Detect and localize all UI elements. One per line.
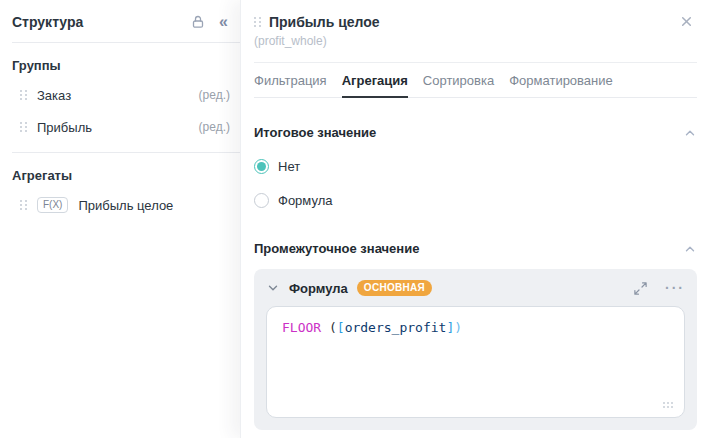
edit-hint[interactable]: (ред.)	[199, 88, 230, 102]
tab-formatting[interactable]: Форматирование	[509, 63, 613, 97]
drag-handle-icon[interactable]	[20, 122, 27, 132]
intermediate-value-heading: Промежуточное значение	[254, 241, 419, 256]
code-token: orders_profit	[345, 320, 447, 335]
aggregates-section-label: Агрегаты	[12, 168, 240, 183]
code-token: [	[337, 320, 345, 335]
radio-label: Нет	[278, 159, 300, 174]
group-item-zakaz[interactable]: Заказ (ред.)	[0, 79, 240, 111]
sidebar-title: Структура	[12, 14, 83, 30]
formula-fx-badge: F(X)	[37, 197, 68, 213]
radio-button[interactable]	[254, 193, 269, 208]
field-id-subtitle: (profit_whole)	[254, 34, 694, 48]
chevron-up-icon[interactable]	[683, 242, 697, 256]
drag-handle-icon[interactable]	[254, 17, 261, 27]
main-formula-badge: ОСНОВНАЯ	[357, 280, 432, 296]
panel-title: Прибыль целое	[269, 14, 380, 30]
radio-label: Формула	[278, 193, 332, 208]
formula-code-editor[interactable]: FLOOR ([orders_profit])	[266, 306, 685, 418]
total-value-heading: Итоговое значение	[254, 125, 376, 140]
tab-filtration[interactable]: Фильтрация	[254, 63, 327, 97]
radio-button[interactable]	[254, 159, 269, 174]
dataset-field-editor: Структура « Группы Заказ (ред.)	[0, 0, 710, 438]
expand-icon[interactable]	[633, 281, 648, 296]
aggregates-list: F(X) Прибыль целое	[0, 189, 240, 221]
formula-card-title: Формула	[289, 281, 348, 296]
radio-option-formula[interactable]: Формула	[254, 193, 697, 208]
total-value-section-head: Итоговое значение	[254, 125, 697, 140]
groups-list: Заказ (ред.) Прибыль (ред.)	[0, 79, 240, 143]
group-item-pribyl[interactable]: Прибыль (ред.)	[0, 111, 240, 143]
sidebar-header-divider	[12, 42, 240, 43]
close-icon[interactable]	[680, 15, 693, 28]
aggregate-item-label: Прибыль целое	[78, 198, 230, 213]
drag-handle-icon[interactable]	[20, 90, 27, 100]
formula-card: Формула ОСНОВНАЯ ···	[254, 269, 697, 430]
code-token: )	[454, 320, 462, 335]
edit-hint[interactable]: (ред.)	[199, 120, 230, 134]
radio-option-none[interactable]: Нет	[254, 159, 697, 174]
panel-header: Прибыль целое (profit_whole)	[241, 0, 710, 62]
collapse-sidebar-icon[interactable]: «	[219, 14, 228, 30]
drag-handle-icon[interactable]	[20, 200, 27, 210]
settings-tabs: Фильтрация Агрегация Сортировка Форматир…	[254, 63, 697, 98]
resize-grip-icon[interactable]	[663, 402, 675, 410]
code-token: FLOOR	[282, 320, 321, 335]
group-item-label: Прибыль	[37, 120, 189, 135]
chevron-down-icon[interactable]	[266, 281, 280, 295]
intermediate-value-section-head: Промежуточное значение	[254, 241, 697, 256]
formula-card-header: Формула ОСНОВНАЯ ···	[266, 280, 685, 296]
code-token: (	[321, 320, 337, 335]
sidebar-header: Структура «	[0, 0, 240, 42]
tab-sorting[interactable]: Сортировка	[423, 63, 494, 97]
chevron-up-icon[interactable]	[683, 126, 697, 140]
lock-icon[interactable]	[190, 14, 206, 30]
formula-code-line: FLOOR ([orders_profit])	[267, 307, 684, 348]
groups-section-label: Группы	[12, 58, 240, 73]
aggregate-item-profit-whole[interactable]: F(X) Прибыль целое	[0, 189, 240, 221]
tab-aggregation[interactable]: Агрегация	[342, 63, 408, 97]
panel-body: Итоговое значение Нет Формула Промежуточ…	[241, 125, 710, 438]
field-settings-panel: Прибыль целое (profit_whole) Фильтрация …	[240, 0, 710, 438]
group-item-label: Заказ	[37, 88, 189, 103]
structure-sidebar: Структура « Группы Заказ (ред.)	[0, 0, 240, 438]
sidebar-section-divider	[12, 152, 240, 153]
